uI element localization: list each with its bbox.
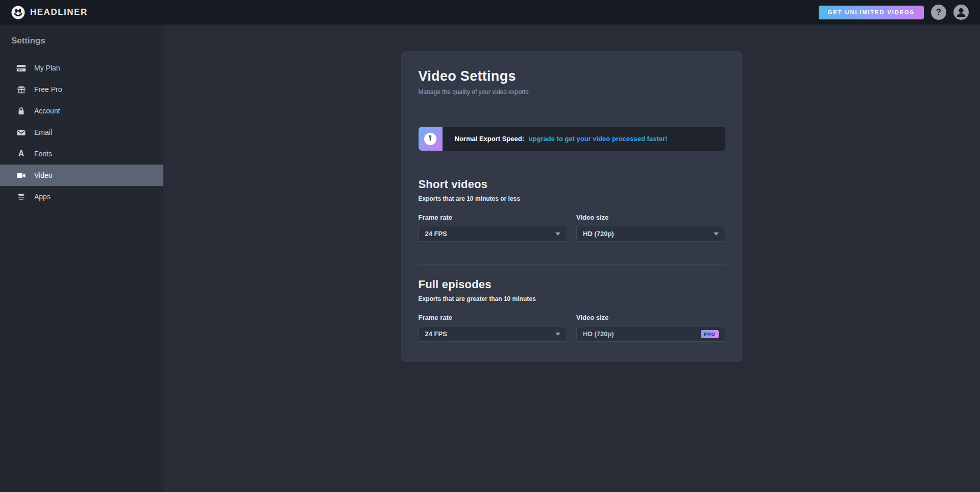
topbar-right: GET UNLIMITED VIDEOS ?: [819, 5, 969, 20]
video-settings-card: Video Settings Manage the quality of you…: [401, 51, 743, 362]
section-title: Short videos: [419, 178, 725, 191]
sidebar-item-label: Apps: [34, 193, 51, 201]
section-title: Full episodes: [419, 278, 725, 291]
upgrade-link[interactable]: upgrade to get your video processed fast…: [529, 135, 668, 143]
sidebar-item-label: Video: [34, 171, 53, 179]
page-title: Video Settings: [419, 68, 725, 84]
sidebar-title: Settings: [0, 25, 163, 46]
export-speed-banner: Normal Export Speed: upgrade to get your…: [419, 127, 725, 151]
banner-bold-text: Normal Export Speed:: [455, 135, 525, 143]
field-video-size: Video size HD (720p): [576, 214, 725, 242]
video-size-select-pro[interactable]: HD (720p) PRO: [576, 326, 725, 342]
frame-rate-select[interactable]: 24 FPS: [419, 326, 568, 342]
video-camera-icon: [16, 171, 26, 180]
headliner-logo-icon: [11, 6, 25, 19]
speedometer-icon: [419, 127, 443, 151]
section-full-episodes: Full episodes Exports that are greater t…: [419, 278, 725, 342]
main-content: Video Settings Manage the quality of you…: [163, 25, 980, 492]
lock-icon: [16, 106, 26, 116]
sidebar-item-my-plan[interactable]: My Plan: [0, 57, 163, 79]
sidebar-menu: My Plan Free Pro Account: [0, 57, 163, 207]
field-label: Frame rate: [419, 214, 568, 221]
sidebar-item-apps[interactable]: Apps: [0, 186, 163, 207]
chevron-down-icon: [555, 232, 560, 236]
field-label: Video size: [576, 314, 725, 321]
sidebar-item-fonts[interactable]: A Fonts: [0, 143, 163, 165]
sidebar-item-label: My Plan: [34, 64, 60, 72]
select-value: 24 FPS: [425, 330, 447, 338]
credit-card-icon: [16, 63, 26, 73]
divider: [419, 164, 725, 165]
help-question-icon[interactable]: ?: [931, 5, 946, 20]
page-subtitle: Manage the quality of your video exports: [419, 88, 725, 96]
get-unlimited-videos-button[interactable]: GET UNLIMITED VIDEOS: [819, 6, 924, 19]
field-video-size: Video size HD (720p) PRO: [576, 314, 725, 342]
section-short-videos: Short videos Exports that are 10 minutes…: [419, 178, 725, 242]
field-row: Frame rate 24 FPS Video size HD (720p): [419, 214, 725, 242]
field-label: Video size: [576, 214, 725, 221]
section-subtitle: Exports that are greater than 10 minutes: [419, 295, 725, 302]
pro-badge: PRO: [701, 330, 719, 338]
settings-sidebar: Settings My Plan: [0, 25, 163, 492]
banner-text: Normal Export Speed: upgrade to get your…: [455, 135, 668, 143]
sidebar-item-label: Email: [34, 128, 52, 136]
envelope-icon: [16, 128, 26, 137]
sidebar-item-label: Fonts: [34, 150, 52, 158]
select-value: HD (720p): [583, 330, 614, 338]
sidebar-item-label: Account: [34, 107, 60, 115]
field-frame-rate: Frame rate 24 FPS: [419, 214, 568, 242]
divider: [419, 264, 725, 265]
brand: HEADLINER: [11, 6, 88, 19]
select-value: 24 FPS: [425, 230, 447, 238]
chevron-down-icon: [714, 232, 719, 236]
frame-rate-select[interactable]: 24 FPS: [419, 226, 568, 242]
chevron-down-icon: [555, 333, 560, 336]
gift-icon: [16, 85, 26, 95]
layers-icon: [16, 192, 26, 202]
sidebar-item-video[interactable]: Video: [0, 165, 163, 186]
sidebar-item-account[interactable]: Account: [0, 100, 163, 122]
font-a-icon: A: [16, 149, 26, 159]
sidebar-item-email[interactable]: Email: [0, 122, 163, 143]
sidebar-item-label: Free Pro: [34, 85, 62, 93]
account-avatar-icon[interactable]: [953, 5, 969, 20]
section-subtitle: Exports that are 10 minutes or less: [419, 195, 725, 202]
field-label: Frame rate: [419, 314, 568, 321]
sidebar-item-free-pro[interactable]: Free Pro: [0, 79, 163, 100]
video-size-select[interactable]: HD (720p): [576, 226, 725, 242]
divider: [419, 113, 725, 113]
brand-name: HEADLINER: [30, 7, 88, 17]
field-row: Frame rate 24 FPS Video size HD (720p) P…: [419, 314, 725, 342]
select-value: HD (720p): [583, 230, 614, 238]
field-frame-rate: Frame rate 24 FPS: [419, 314, 568, 342]
topbar: HEADLINER GET UNLIMITED VIDEOS ?: [0, 0, 980, 25]
